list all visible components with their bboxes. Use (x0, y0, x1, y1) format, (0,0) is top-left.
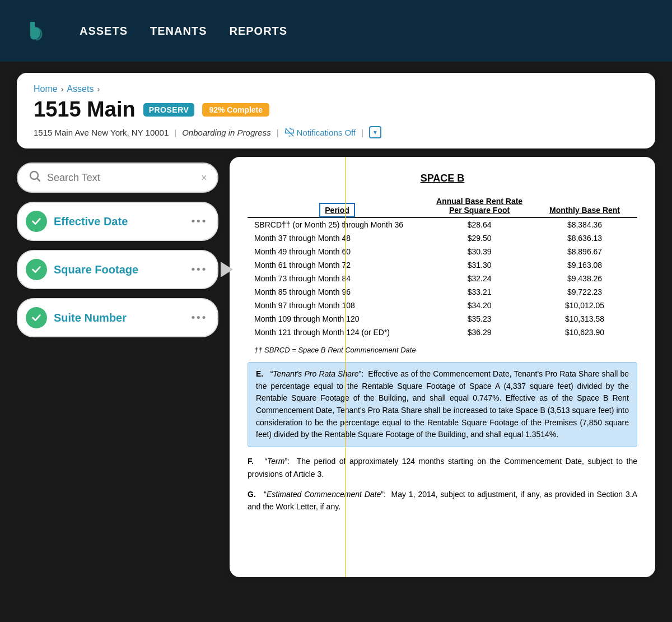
main-area: Home › Assets › 1515 Main PROSERV 92% Co… (0, 62, 672, 588)
filter-suite-number-menu[interactable]: ••• (191, 310, 207, 325)
filter-arrow (221, 262, 233, 277)
para-f-text: The period of approximately 124 months s… (248, 457, 637, 478)
notifications-button[interactable]: Notifications Off (284, 127, 356, 137)
logo[interactable] (22, 16, 52, 45)
document-panel: SPACE B Period Annual Base Rent Rate Per… (230, 157, 655, 577)
check-suite-number (26, 307, 47, 328)
property-card: Home › Assets › 1515 Main PROSERV 92% Co… (17, 73, 655, 148)
dropdown-button[interactable]: ▾ (369, 126, 381, 138)
para-e-text: Effective as of the Commencement Date, T… (256, 369, 629, 439)
filter-suite-number[interactable]: Suite Number ••• (17, 298, 218, 337)
notifications-label: Notifications Off (297, 128, 356, 137)
badge-proserv: PROSERV (143, 103, 195, 117)
sidebar-filters: × Effective Date ••• Square Footage ••• (17, 157, 218, 577)
nav-links: ASSETS TENANTS REPORTS (80, 25, 287, 38)
table-row: Month 49 through Month 60 $30.39 $8,896.… (248, 245, 637, 258)
bell-slash-icon (284, 127, 295, 137)
breadcrumb-sep-1: › (61, 85, 64, 94)
filter-effective-date[interactable]: Effective Date ••• (17, 202, 218, 241)
filter-effective-date-label: Effective Date (54, 215, 184, 228)
table-row: Month 73 through Month 84 $32.24 $9,438.… (248, 272, 637, 285)
check-square-footage (26, 259, 47, 280)
filter-square-footage-label: Square Footage (54, 263, 184, 276)
badge-complete: 92% Complete (202, 103, 269, 117)
search-box: × (17, 163, 218, 193)
top-navigation: ASSETS TENANTS REPORTS (0, 0, 672, 62)
table-row: Month 109 through Month 120 $35.23 $10,3… (248, 312, 637, 326)
search-input[interactable] (47, 172, 195, 184)
paragraph-e: E. “Tenant's Pro Rata Share”: Effective … (248, 362, 637, 447)
table-row: Month 37 through Month 48 $29.50 $8,636.… (248, 231, 637, 245)
rent-table: Period Annual Base Rent Rate Per Square … (248, 194, 637, 339)
nav-reports[interactable]: REPORTS (229, 25, 287, 38)
onboarding-status: Onboarding in Progress (182, 128, 270, 137)
table-header-monthly-rent: Monthly Base Rent (532, 194, 637, 217)
paragraph-g: G. “Estimated Commencement Date”: May 1,… (248, 488, 637, 513)
table-row: SBRCD†† (or Month 25) through Month 36 $… (248, 217, 637, 231)
space-b-title: SPACE B (248, 173, 637, 184)
property-address: 1515 Main Ave New York, NY 10001 (34, 128, 169, 137)
nav-tenants[interactable]: TENANTS (150, 25, 207, 38)
lower-section: × Effective Date ••• Square Footage ••• (17, 157, 655, 577)
breadcrumb: Home › Assets › (34, 84, 638, 94)
table-row: Month 85 through Month 96 $33.21 $9,722.… (248, 285, 637, 299)
table-header-period: Period (248, 194, 427, 217)
filter-square-footage-menu[interactable]: ••• (191, 262, 207, 277)
paragraph-f: F. “Term”: The period of approximately 1… (248, 455, 637, 480)
property-title: 1515 Main (34, 98, 136, 122)
table-row: Month 97 through Month 108 $34.20 $10,01… (248, 299, 637, 312)
table-header-rent-rate: Annual Base Rent Rate Per Square Foot (427, 194, 532, 217)
nav-assets[interactable]: ASSETS (80, 25, 128, 38)
breadcrumb-home[interactable]: Home (34, 84, 58, 94)
filter-suite-number-label: Suite Number (54, 312, 184, 324)
table-footnote: †† SBRCD = Space B Rent Commencement Dat… (248, 346, 637, 354)
table-row: Month 61 through Month 72 $31.30 $9,163.… (248, 258, 637, 272)
search-clear-button[interactable]: × (201, 171, 207, 184)
filter-effective-date-menu[interactable]: ••• (191, 214, 207, 229)
property-subtitle: 1515 Main Ave New York, NY 10001 | Onboa… (34, 126, 638, 138)
breadcrumb-assets[interactable]: Assets (67, 84, 94, 94)
para-f-term: Term (267, 457, 284, 466)
search-icon (28, 169, 41, 186)
filter-square-footage[interactable]: Square Footage ••• (17, 250, 218, 289)
table-row: Month 121 through Month 124 (or ED*) $36… (248, 326, 637, 339)
property-title-row: 1515 Main PROSERV 92% Complete (34, 98, 638, 122)
para-g-term: Estimated Commencement Date (267, 490, 381, 499)
para-e-term: Tenant's Pro Rata Share (273, 369, 358, 378)
breadcrumb-sep-2: › (97, 85, 100, 94)
check-effective-date (26, 211, 47, 232)
